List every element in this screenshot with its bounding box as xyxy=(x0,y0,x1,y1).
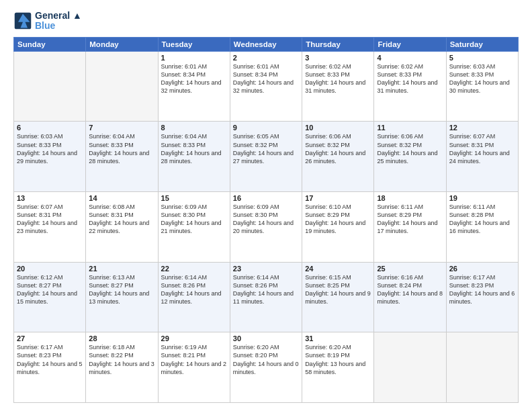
logo-icon xyxy=(13,11,32,30)
weekday-header: Saturday xyxy=(446,37,518,51)
calendar-day: 12Sunrise: 6:07 AM Sunset: 8:31 PM Dayli… xyxy=(446,122,518,192)
logo: General ▲Blue xyxy=(13,11,82,32)
calendar-day: 4Sunrise: 6:02 AM Sunset: 8:33 PM Daylig… xyxy=(374,51,446,122)
day-number: 6 xyxy=(17,124,83,132)
calendar-empty xyxy=(374,332,446,403)
calendar-day: 6Sunrise: 6:03 AM Sunset: 8:33 PM Daylig… xyxy=(14,122,86,192)
day-number: 19 xyxy=(449,194,515,202)
calendar-day: 21Sunrise: 6:13 AM Sunset: 8:27 PM Dayli… xyxy=(86,262,158,332)
calendar-day: 27Sunrise: 6:17 AM Sunset: 8:23 PM Dayli… xyxy=(14,332,86,403)
day-info: Sunrise: 6:07 AM Sunset: 8:31 PM Dayligh… xyxy=(449,132,515,165)
day-number: 13 xyxy=(17,194,83,202)
calendar-day: 28Sunrise: 6:18 AM Sunset: 8:22 PM Dayli… xyxy=(86,332,158,403)
day-number: 31 xyxy=(305,334,371,342)
day-number: 27 xyxy=(17,334,83,342)
weekday-header: Thursday xyxy=(302,37,374,51)
day-info: Sunrise: 6:13 AM Sunset: 8:27 PM Dayligh… xyxy=(89,273,154,306)
day-info: Sunrise: 6:07 AM Sunset: 8:31 PM Dayligh… xyxy=(17,203,83,236)
calendar-day: 14Sunrise: 6:08 AM Sunset: 8:31 PM Dayli… xyxy=(86,192,158,263)
day-number: 7 xyxy=(89,124,154,132)
day-info: Sunrise: 6:16 AM Sunset: 8:24 PM Dayligh… xyxy=(377,273,443,306)
day-number: 28 xyxy=(89,334,154,342)
calendar-day: 17Sunrise: 6:10 AM Sunset: 8:29 PM Dayli… xyxy=(302,192,374,263)
day-number: 23 xyxy=(233,265,299,273)
calendar-day: 10Sunrise: 6:06 AM Sunset: 8:32 PM Dayli… xyxy=(302,122,374,192)
calendar-day: 7Sunrise: 6:04 AM Sunset: 8:33 PM Daylig… xyxy=(86,122,158,192)
calendar-week-row: 20Sunrise: 6:12 AM Sunset: 8:27 PM Dayli… xyxy=(14,262,519,332)
day-info: Sunrise: 6:11 AM Sunset: 8:29 PM Dayligh… xyxy=(377,203,443,236)
calendar-day: 31Sunrise: 6:20 AM Sunset: 8:19 PM Dayli… xyxy=(302,332,374,403)
calendar-day: 22Sunrise: 6:14 AM Sunset: 8:26 PM Dayli… xyxy=(158,262,230,332)
day-info: Sunrise: 6:06 AM Sunset: 8:32 PM Dayligh… xyxy=(305,132,371,165)
day-info: Sunrise: 6:04 AM Sunset: 8:33 PM Dayligh… xyxy=(161,132,227,165)
day-number: 17 xyxy=(305,194,371,202)
calendar-empty xyxy=(446,332,518,403)
calendar-day: 25Sunrise: 6:16 AM Sunset: 8:24 PM Dayli… xyxy=(374,262,446,332)
day-number: 4 xyxy=(377,54,443,62)
day-info: Sunrise: 6:02 AM Sunset: 8:33 PM Dayligh… xyxy=(305,62,371,95)
calendar-day: 2Sunrise: 6:01 AM Sunset: 8:34 PM Daylig… xyxy=(230,51,302,122)
calendar-day: 18Sunrise: 6:11 AM Sunset: 8:29 PM Dayli… xyxy=(374,192,446,263)
calendar-day: 26Sunrise: 6:17 AM Sunset: 8:23 PM Dayli… xyxy=(446,262,518,332)
day-info: Sunrise: 6:17 AM Sunset: 8:23 PM Dayligh… xyxy=(17,343,83,376)
day-info: Sunrise: 6:05 AM Sunset: 8:32 PM Dayligh… xyxy=(233,132,299,165)
day-number: 14 xyxy=(89,194,154,202)
day-number: 11 xyxy=(377,124,443,132)
day-number: 9 xyxy=(233,124,299,132)
calendar-week-row: 27Sunrise: 6:17 AM Sunset: 8:23 PM Dayli… xyxy=(14,332,519,403)
calendar-day: 3Sunrise: 6:02 AM Sunset: 8:33 PM Daylig… xyxy=(302,51,374,122)
day-number: 16 xyxy=(233,194,299,202)
calendar-week-row: 1Sunrise: 6:01 AM Sunset: 8:34 PM Daylig… xyxy=(14,51,519,122)
day-info: Sunrise: 6:04 AM Sunset: 8:33 PM Dayligh… xyxy=(89,132,154,165)
day-info: Sunrise: 6:10 AM Sunset: 8:29 PM Dayligh… xyxy=(305,203,371,236)
day-number: 25 xyxy=(377,265,443,273)
day-number: 3 xyxy=(305,54,371,62)
weekday-header: Friday xyxy=(374,37,446,51)
day-number: 1 xyxy=(161,54,227,62)
day-number: 20 xyxy=(17,265,83,273)
calendar-day: 19Sunrise: 6:11 AM Sunset: 8:28 PM Dayli… xyxy=(446,192,518,263)
day-info: Sunrise: 6:02 AM Sunset: 8:33 PM Dayligh… xyxy=(377,62,443,95)
day-info: Sunrise: 6:12 AM Sunset: 8:27 PM Dayligh… xyxy=(17,273,83,306)
calendar-day: 20Sunrise: 6:12 AM Sunset: 8:27 PM Dayli… xyxy=(14,262,86,332)
logo-text: General ▲Blue xyxy=(35,11,82,32)
header: General ▲Blue xyxy=(13,11,519,32)
weekday-header: Monday xyxy=(86,37,158,51)
day-info: Sunrise: 6:09 AM Sunset: 8:30 PM Dayligh… xyxy=(161,203,227,236)
day-number: 5 xyxy=(449,54,515,62)
day-number: 21 xyxy=(89,265,154,273)
day-info: Sunrise: 6:09 AM Sunset: 8:30 PM Dayligh… xyxy=(233,203,299,236)
calendar-day: 30Sunrise: 6:20 AM Sunset: 8:20 PM Dayli… xyxy=(230,332,302,403)
day-info: Sunrise: 6:14 AM Sunset: 8:26 PM Dayligh… xyxy=(161,273,227,306)
day-info: Sunrise: 6:15 AM Sunset: 8:25 PM Dayligh… xyxy=(305,273,371,306)
day-number: 24 xyxy=(305,265,371,273)
calendar-week-row: 6Sunrise: 6:03 AM Sunset: 8:33 PM Daylig… xyxy=(14,122,519,192)
day-info: Sunrise: 6:20 AM Sunset: 8:20 PM Dayligh… xyxy=(233,343,299,376)
day-info: Sunrise: 6:17 AM Sunset: 8:23 PM Dayligh… xyxy=(449,273,515,306)
day-number: 29 xyxy=(161,334,227,342)
day-number: 18 xyxy=(377,194,443,202)
day-info: Sunrise: 6:01 AM Sunset: 8:34 PM Dayligh… xyxy=(161,62,227,95)
day-info: Sunrise: 6:06 AM Sunset: 8:32 PM Dayligh… xyxy=(377,132,443,165)
day-info: Sunrise: 6:14 AM Sunset: 8:26 PM Dayligh… xyxy=(233,273,299,306)
calendar-header-row: SundayMondayTuesdayWednesdayThursdayFrid… xyxy=(14,37,519,51)
calendar-day: 5Sunrise: 6:03 AM Sunset: 8:33 PM Daylig… xyxy=(446,51,518,122)
calendar-week-row: 13Sunrise: 6:07 AM Sunset: 8:31 PM Dayli… xyxy=(14,192,519,263)
day-info: Sunrise: 6:20 AM Sunset: 8:19 PM Dayligh… xyxy=(305,343,371,376)
calendar-empty xyxy=(14,51,86,122)
day-number: 22 xyxy=(161,265,227,273)
day-number: 30 xyxy=(233,334,299,342)
calendar-day: 1Sunrise: 6:01 AM Sunset: 8:34 PM Daylig… xyxy=(158,51,230,122)
day-info: Sunrise: 6:11 AM Sunset: 8:28 PM Dayligh… xyxy=(449,203,515,236)
calendar-table: SundayMondayTuesdayWednesdayThursdayFrid… xyxy=(13,37,519,403)
calendar-empty xyxy=(86,51,158,122)
day-info: Sunrise: 6:19 AM Sunset: 8:21 PM Dayligh… xyxy=(161,343,227,376)
calendar-day: 29Sunrise: 6:19 AM Sunset: 8:21 PM Dayli… xyxy=(158,332,230,403)
day-number: 15 xyxy=(161,194,227,202)
calendar-day: 16Sunrise: 6:09 AM Sunset: 8:30 PM Dayli… xyxy=(230,192,302,263)
day-info: Sunrise: 6:18 AM Sunset: 8:22 PM Dayligh… xyxy=(89,343,154,376)
day-info: Sunrise: 6:03 AM Sunset: 8:33 PM Dayligh… xyxy=(449,62,515,95)
day-info: Sunrise: 6:01 AM Sunset: 8:34 PM Dayligh… xyxy=(233,62,299,95)
page: General ▲Blue SundayMondayTuesdayWednesd… xyxy=(0,0,532,411)
day-info: Sunrise: 6:08 AM Sunset: 8:31 PM Dayligh… xyxy=(89,203,154,236)
